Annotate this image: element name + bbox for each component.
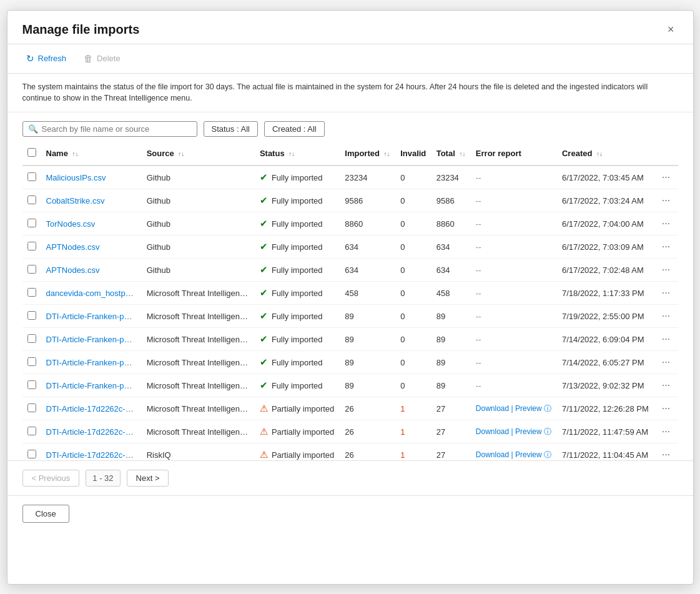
status-ok-icon: ✔ xyxy=(260,195,268,206)
search-input[interactable] xyxy=(42,124,192,134)
row-menu-button[interactable]: ··· xyxy=(659,194,673,207)
row-checkbox[interactable] xyxy=(27,334,36,343)
row-menu-cell: ··· xyxy=(654,351,678,374)
row-invalid: 0 xyxy=(395,282,431,305)
col-header-name: Name ↑↓ xyxy=(41,142,142,166)
row-checkbox[interactable] xyxy=(27,427,36,435)
pagination: < Previous 1 - 32 Next > xyxy=(7,460,693,495)
row-status-label: Partially imported xyxy=(272,427,334,437)
row-name[interactable]: APTNodes.csv xyxy=(41,259,142,282)
row-name[interactable]: dancevida-com_hostpair_sen... xyxy=(41,282,142,305)
row-checkbox-cell xyxy=(22,305,41,328)
row-name[interactable]: MaliciousIPs.csv xyxy=(41,166,142,189)
row-source: Microsoft Threat Intelligenc... xyxy=(142,397,255,420)
row-invalid: 0 xyxy=(395,259,431,282)
select-all-checkbox[interactable] xyxy=(27,148,36,157)
delete-label: Delete xyxy=(97,54,121,63)
row-menu-button[interactable]: ··· xyxy=(659,332,673,346)
row-name[interactable]: DTI-Article-Franken-phish.csv xyxy=(41,305,142,328)
row-name[interactable]: TorNodes.csv xyxy=(41,212,142,235)
row-error-report[interactable]: Download | Preview ⓘ xyxy=(471,420,557,443)
row-error-report: -- xyxy=(471,282,557,305)
row-menu-button[interactable]: ··· xyxy=(659,425,673,438)
row-name[interactable]: DTI-Article-17d2262c-1.csv xyxy=(41,397,142,420)
created-filter-pill[interactable]: Created : All xyxy=(264,121,325,137)
row-checkbox[interactable] xyxy=(27,219,36,227)
row-name[interactable]: DTI-Article-17d2262c-1.csv xyxy=(41,420,142,443)
row-created: 6/17/2022, 7:03:45 AM xyxy=(557,166,654,189)
dialog-footer: Close xyxy=(7,495,693,532)
row-checkbox[interactable] xyxy=(27,288,36,297)
row-created: 6/17/2022, 7:04:00 AM xyxy=(557,212,654,235)
row-menu-cell: ··· xyxy=(654,259,678,282)
previous-button[interactable]: < Previous xyxy=(22,470,80,487)
row-menu-button[interactable]: ··· xyxy=(659,263,673,277)
dialog-close-button[interactable]: × xyxy=(664,22,678,37)
row-error-report: -- xyxy=(471,351,557,374)
footer-close-button[interactable]: Close xyxy=(22,505,69,523)
delete-button[interactable]: 🗑 Delete xyxy=(80,51,124,66)
status-filter-pill[interactable]: Status : All xyxy=(204,121,258,137)
row-menu-cell: ··· xyxy=(654,189,678,212)
col-header-created: Created ↑↓ xyxy=(557,142,654,166)
table-row: DTI-Article-Franken-phish.csvMicrosoft T… xyxy=(22,305,678,328)
col-header-actions xyxy=(654,142,678,166)
status-warn-icon: ⚠ xyxy=(260,403,268,414)
row-status-label: Fully imported xyxy=(272,289,323,298)
info-text: The system maintains the status of the f… xyxy=(22,82,648,103)
row-menu-button[interactable]: ··· xyxy=(659,309,673,323)
row-total: 27 xyxy=(431,443,471,461)
row-menu-button[interactable]: ··· xyxy=(659,448,673,460)
row-imported: 89 xyxy=(340,328,395,351)
row-menu-button[interactable]: ··· xyxy=(659,171,673,184)
imports-table: Name ↑↓ Source ↑↓ Status ↑↓ Imported ↑↓ … xyxy=(22,142,678,460)
row-checkbox[interactable] xyxy=(27,357,36,366)
row-name[interactable]: APTNodes.csv xyxy=(41,235,142,259)
col-header-total: Total ↑↓ xyxy=(431,142,471,166)
row-total: 27 xyxy=(431,420,471,443)
row-name[interactable]: DTI-Article-17d2262c-1.csv xyxy=(41,443,142,461)
row-menu-button[interactable]: ··· xyxy=(659,355,673,369)
row-menu-button[interactable]: ··· xyxy=(659,379,673,392)
row-checkbox[interactable] xyxy=(27,265,36,274)
row-menu-button[interactable]: ··· xyxy=(659,286,673,300)
row-checkbox[interactable] xyxy=(27,311,36,320)
refresh-button[interactable]: ↻ Refresh xyxy=(22,51,71,67)
row-created: 7/11/2022, 11:04:45 AM xyxy=(557,443,654,461)
next-button[interactable]: Next > xyxy=(127,470,169,487)
row-created: 7/13/2022, 9:02:32 PM xyxy=(557,374,654,397)
row-checkbox[interactable] xyxy=(27,450,36,458)
row-checkbox[interactable] xyxy=(27,196,36,204)
col-header-error-report: Error report xyxy=(471,142,557,166)
row-name[interactable]: CobaltStrike.csv xyxy=(41,189,142,212)
row-error-report: -- xyxy=(471,328,557,351)
row-checkbox[interactable] xyxy=(27,242,36,250)
row-imported: 634 xyxy=(340,259,395,282)
toolbar: ↻ Refresh 🗑 Delete xyxy=(7,44,693,74)
col-header-imported: Imported ↑↓ xyxy=(340,142,395,166)
col-header-status: Status ↑↓ xyxy=(255,142,340,166)
row-imported: 634 xyxy=(340,235,395,259)
row-status: ✔Fully imported xyxy=(255,166,340,189)
row-checkbox[interactable] xyxy=(27,403,36,412)
row-total: 89 xyxy=(431,328,471,351)
row-name[interactable]: DTI-Article-Franken-phish.csv xyxy=(41,374,142,397)
row-name[interactable]: DTI-Article-Franken-phish.csv xyxy=(41,328,142,351)
row-checkbox[interactable] xyxy=(27,172,36,181)
table-row: DTI-Article-17d2262c-1.csvMicrosoft Thre… xyxy=(22,397,678,420)
row-source: Microsoft Threat Intelligenc... xyxy=(142,351,255,374)
row-error-report[interactable]: Download | Preview ⓘ xyxy=(471,443,557,461)
row-imported: 8860 xyxy=(340,212,395,235)
row-name[interactable]: DTI-Article-Franken-phish.csv xyxy=(41,351,142,374)
row-menu-button[interactable]: ··· xyxy=(659,217,673,230)
row-error-report[interactable]: Download | Preview ⓘ xyxy=(471,397,557,420)
row-checkbox-cell xyxy=(22,328,41,351)
row-invalid: 1 xyxy=(395,443,431,461)
info-bar: The system maintains the status of the f… xyxy=(7,74,693,113)
row-menu-button[interactable]: ··· xyxy=(659,240,673,254)
row-status-label: Fully imported xyxy=(272,381,323,390)
row-menu-button[interactable]: ··· xyxy=(659,402,673,415)
row-invalid: 1 xyxy=(395,420,431,443)
table-row: DTI-Article-Franken-phish.csvMicrosoft T… xyxy=(22,328,678,351)
row-checkbox[interactable] xyxy=(27,380,36,389)
